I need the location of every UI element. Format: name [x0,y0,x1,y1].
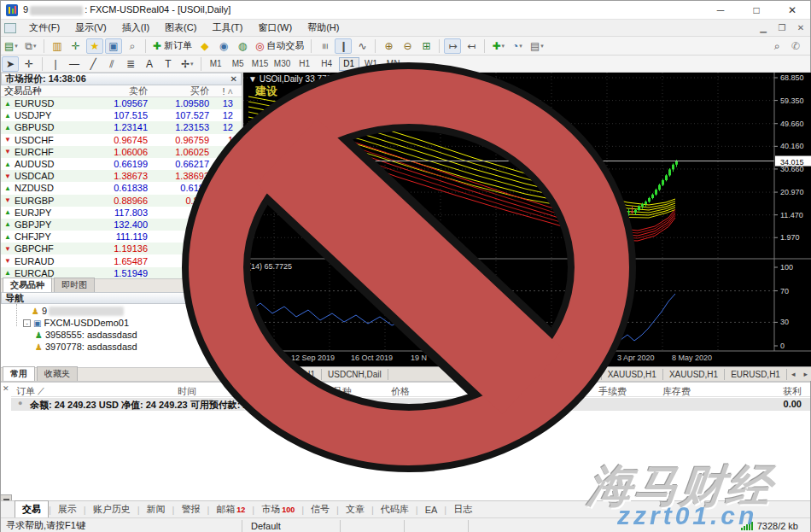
market-watch-row-eurchf[interactable]: ▼EURCHF1.060061.06025 [1,146,242,158]
menu-item-2[interactable]: 插入(I) [114,20,157,34]
terminal-column-7[interactable]: 获利 [783,385,802,398]
timeframe-m30-button[interactable]: M30 [272,57,293,71]
auto-scroll-button[interactable]: ↦ [444,38,461,54]
menu-item-5[interactable]: 窗口(W) [250,20,300,34]
templates-button[interactable]: ▤▾ [528,38,546,54]
navigator-title[interactable]: 导航 [1,292,242,304]
timeframe-h4-button[interactable]: H4 [317,57,337,71]
chart-tabs-scroll-right-icon[interactable]: ▸ [799,370,811,378]
market-watch-row-eurusd[interactable]: ▲EURUSD1.095671.0958013 [1,97,242,109]
market-watch-row-chfjpy[interactable]: ▲CHFJPY111.11911 [1,231,242,243]
market-watch-header[interactable]: 交易品种 卖价 买价 ! ˄ [1,85,242,97]
market-watch-row-gbpchf[interactable]: ▼GBPCHF1.191361.1 [1,243,242,254]
tile-windows-button[interactable]: ⊞ [417,38,435,54]
menu-item-6[interactable]: 帮助(H) [300,20,347,34]
vertical-line-tool-button[interactable]: | [47,56,64,72]
text-tool-button[interactable]: A [141,56,158,72]
market-watch-row-eurcad[interactable]: ▲EURCAD1.519491.5 [1,267,242,278]
fibonacci-tool-button[interactable]: ≣ [122,56,139,72]
terminal-tab-邮箱[interactable]: 邮箱12 [209,501,252,517]
navigator-item-2[interactable]: ♟3958555: asdassdasd [35,330,137,340]
navigator-tab-收藏夹[interactable]: 收藏夹 [37,366,78,381]
terminal-column-0[interactable]: 订单 ⟋ [16,385,44,398]
chart-window[interactable]: 68.85059.35049.66040.16030.66020.97011.4… [243,73,811,381]
terminal-column-4[interactable]: 价格 [535,385,554,398]
timeframe-m15-button[interactable]: M15 [250,57,271,71]
timeframe-h1-button[interactable]: H1 [295,57,315,71]
chart-tabs-scroll-left-icon[interactable]: ◂ [787,370,800,378]
text-label-tool-button[interactable]: T [160,56,177,72]
metaeditor-button[interactable]: ◆ [196,38,213,54]
navigator-item-0[interactable]: ♟9 [32,306,125,316]
terminal-column-5[interactable]: 手续费 [598,385,627,398]
terminal-tab-新闻[interactable]: 新闻 [140,501,172,517]
usoil-daily-chart[interactable]: 68.85059.35049.66040.16030.66020.97011.4… [243,73,811,366]
market-watch-toggle-button[interactable]: ▥ [49,38,66,54]
terminal-close-icon[interactable]: ✕ [3,384,9,393]
timeframe-d1-button[interactable]: D1 [339,57,359,71]
arrows-tool-button[interactable]: ✢▾ [178,56,196,72]
terminal-column-6[interactable]: 库存费 [662,385,691,398]
candlestick-chart-type-button[interactable]: ❙ [335,38,352,54]
market-watch-row-usdcad[interactable]: ▼USDCAD1.386731.38693 [1,170,242,182]
chart-tab-0[interactable]: H1 [243,369,260,380]
terminal-tab-EA[interactable]: EA [418,503,445,517]
navigator-tab-常用[interactable]: 常用 [3,366,35,381]
mql-community-button[interactable]: ◉ [215,38,232,54]
chart-tab-right-1[interactable]: XAUUSD,H1 [602,369,663,380]
timeframe-m5-button[interactable]: M5 [228,57,248,71]
market-watch-tab-交易品种[interactable]: 交易品种 [3,278,52,292]
tree-expander-icon[interactable]: - [23,319,31,327]
market-watch-close-icon[interactable]: ✕ [230,74,237,84]
navigator-item-3[interactable]: ♟3970778: asdassdasd [35,342,137,352]
horizontal-line-tool-button[interactable]: — [66,56,83,72]
terminal-column-2[interactable]: 交易品种 [314,385,352,398]
cursor-tool-button[interactable]: ➤ [2,56,19,72]
terminal-tab-展示[interactable]: 展示 [51,501,84,517]
globe-icon[interactable]: ◍ [234,38,251,54]
terminal-column-3[interactable]: 价格 [391,385,410,398]
trendline-tool-button[interactable]: ╱ [85,56,102,72]
market-watch-row-eurgbp[interactable]: ▼EURGBP0.889660.889 [1,195,242,207]
channel-tool-button[interactable]: ⫽ [103,56,120,72]
market-watch-row-usdjpy[interactable]: ▲USDJPY107.515107.52712 [1,109,242,121]
maximize-button[interactable]: □ [738,1,774,20]
market-watch-tab-即时图[interactable]: 即时图 [54,278,95,292]
close-button[interactable]: ✕ [774,1,810,20]
terminal-tab-日志[interactable]: 日志 [446,501,479,517]
profile-indicator[interactable]: Default [244,521,338,531]
chart-tab-1[interactable]: NZDUSD,H1 [260,369,322,380]
chart-tab-right-3[interactable]: EURUSD,H1 [725,369,787,380]
terminal-tab-市场[interactable]: 市场100 [254,501,301,517]
market-watch-row-eurjpy[interactable]: ▲EURJPY117.803117. [1,207,242,219]
chart-tab-2[interactable]: USDCNH,Dail [322,369,388,380]
market-watch-row-gbpjpy[interactable]: ▲GBPJPY132.40013 [1,219,242,231]
terminal-column-header[interactable]: 订单 ⟋时间交易品种价格价格手续费库存费获利 [11,385,810,397]
terminal-tab-交易[interactable]: 交易 [15,500,49,518]
market-watch-title[interactable]: 市场报价: 14:38:06 ✕ [1,73,242,85]
market-watch-row-nzdusd[interactable]: ▲NZDUSD0.618380.6185 [1,182,242,194]
timeframe-m1-button[interactable]: M1 [206,57,226,71]
market-watch-row-audusd[interactable]: ▲AUDUSD0.661990.66217 [1,158,242,170]
menu-item-4[interactable]: 工具(T) [204,20,250,34]
market-watch-row-euraud[interactable]: ▼EURAUD1.654871.6 [1,254,242,266]
chart-tab-right-0[interactable]: USD,Daily [550,369,602,380]
terminal-toggle-button[interactable]: ▣ [105,38,122,54]
market-watch-row-usdchf[interactable]: ▼USDCHF0.967450.967591 [1,134,242,146]
chart-shift-button[interactable]: ↤ [463,38,480,54]
profiles-button[interactable]: ⧉▾ [22,38,39,54]
line-chart-type-button[interactable]: ∿ [353,38,370,54]
zoom-in-button[interactable]: ⊕ [380,38,397,54]
terminal-tab-代码库[interactable]: 代码库 [374,501,416,517]
bar-chart-type-button[interactable]: ≡ [316,38,333,54]
mdi-close-button[interactable]: ✕ [791,23,810,32]
new-chart-button[interactable]: ▤▾ [2,38,20,54]
new-order-button[interactable]: ✚新订单 [150,38,195,54]
auto-trading-button[interactable]: ◎自动交易 [253,38,306,54]
crosshair-tool-button[interactable]: ✛ [20,56,38,72]
navigator-toggle-button[interactable]: ★ [86,38,103,54]
search-icon[interactable]: ⌕ [768,38,785,54]
mdi-restore-button[interactable]: ❐ [773,23,791,32]
chart-tab-right-2[interactable]: XAUUSD,H1 [663,369,725,380]
timeframe-w1-button[interactable]: W1 [361,57,382,71]
